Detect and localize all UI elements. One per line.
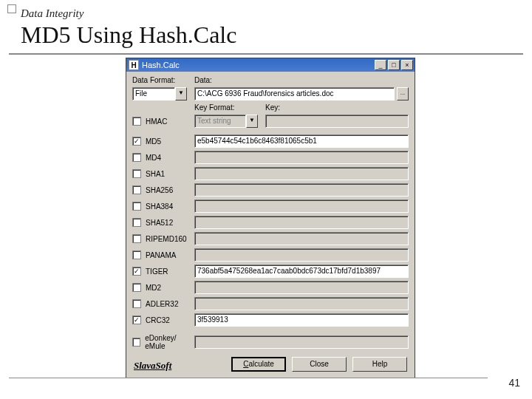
hash-row: SHA256 (132, 183, 409, 197)
hash-checkbox[interactable] (132, 299, 141, 308)
data-label: Data: (194, 76, 212, 84)
hash-label: MD5 (146, 137, 161, 146)
chevron-down-icon[interactable]: ▼ (175, 87, 187, 100)
hash-output (194, 216, 409, 229)
app-icon: H (129, 60, 139, 70)
hash-row: eDonkey/ eMule (132, 335, 409, 349)
hash-output (194, 281, 409, 294)
hash-row: RIPEMD160 (132, 231, 409, 246)
hash-output[interactable]: 3f539913 (194, 313, 409, 327)
hash-output[interactable]: e5b45744c54c1b6c8463f81065c5b1 (194, 134, 409, 148)
slide-footer-line (9, 378, 488, 378)
close-window-button[interactable]: × (401, 60, 413, 70)
maximize-button[interactable]: □ (388, 60, 400, 70)
key-input (265, 115, 409, 128)
hash-label: MD2 (146, 284, 161, 292)
hash-label: CRC32 (146, 316, 170, 324)
hash-output (194, 232, 409, 245)
slide-number: 41 (508, 377, 520, 389)
hash-label: ADLER32 (146, 300, 178, 308)
hash-checkbox[interactable] (132, 218, 141, 227)
hash-checkbox[interactable] (132, 267, 141, 276)
hash-label: SHA256 (146, 186, 173, 194)
hash-output (194, 167, 409, 180)
hash-label: SHA1 (146, 170, 165, 178)
hash-label: PANAMA (146, 251, 177, 259)
hash-row: MD5e5b45744c54c1b6c8463f81065c5b1 (132, 134, 409, 149)
data-format-select[interactable]: File (132, 87, 175, 100)
hmac-label: HMAC (146, 117, 167, 126)
hash-row: MD2 (132, 280, 409, 295)
hash-output (194, 200, 409, 213)
hashcalc-window: H Hash.Calc _ □ × Data Format: Data: Fil… (126, 58, 415, 378)
hash-label: SHA384 (146, 202, 173, 211)
key-format-label: Key Format: (194, 103, 234, 112)
calculate-button[interactable]: Calculate (231, 357, 286, 372)
hash-row: MD4 (132, 150, 409, 165)
data-format-label: Data Format: (132, 76, 175, 84)
window-body: Data Format: Data: File ▼ C:\ACG 6936 Fr… (126, 72, 415, 378)
slide-title: MD5 Using Hash.Calc (21, 20, 511, 53)
data-input[interactable]: C:\ACG 6936 Fraud\forensics articles.doc (194, 87, 395, 100)
key-format-select: Text string (194, 115, 246, 128)
chevron-down-icon: ▼ (246, 115, 258, 128)
slide-kicker: Data Integrity (21, 7, 511, 20)
hash-checkbox[interactable] (132, 250, 141, 259)
hash-checkbox[interactable] (132, 185, 141, 194)
hash-checkbox[interactable] (132, 137, 141, 146)
window-title: Hash.Calc (142, 61, 373, 69)
hash-checkbox[interactable] (132, 234, 141, 243)
hash-output[interactable]: 736abf5a475268ea1ac7caab0bdc673dc17bfd7d… (194, 265, 409, 278)
help-button[interactable]: Help (352, 357, 407, 372)
hash-output (194, 183, 409, 197)
hash-checkbox[interactable] (132, 283, 141, 292)
hash-label: RIPEMD160 (146, 235, 187, 243)
slide-header: Data Integrity MD5 Using Hash.Calc (9, 0, 523, 55)
hash-checkbox[interactable] (132, 338, 140, 347)
hash-checkbox[interactable] (132, 316, 141, 324)
titlebar[interactable]: H Hash.Calc _ □ × (126, 58, 415, 72)
hash-output (194, 151, 409, 164)
hash-list: MD5e5b45744c54c1b6c8463f81065c5b1MD4SHA1… (132, 134, 409, 349)
hash-row: SHA384 (132, 199, 409, 214)
browse-button[interactable]: ... (397, 87, 409, 100)
hash-label: MD4 (146, 154, 161, 162)
hmac-checkbox[interactable] (132, 117, 141, 126)
key-label: Key: (265, 103, 280, 112)
hash-row: PANAMA (132, 248, 409, 262)
hash-checkbox[interactable] (132, 153, 141, 162)
hash-row: TIGER736abf5a475268ea1ac7caab0bdc673dc17… (132, 264, 409, 279)
slide-corner-accent (7, 4, 16, 13)
hash-output (194, 248, 409, 262)
hash-checkbox[interactable] (132, 202, 141, 211)
close-button[interactable]: Close (292, 357, 347, 372)
hash-row: SHA1 (132, 166, 409, 181)
brand-label: SlavaSoft (134, 360, 171, 372)
hash-row: CRC323f539913 (132, 313, 409, 327)
minimize-button[interactable]: _ (375, 60, 386, 70)
hash-label: SHA512 (146, 219, 173, 227)
hash-checkbox[interactable] (132, 169, 141, 178)
hash-row: SHA512 (132, 215, 409, 230)
hash-output (194, 297, 409, 310)
button-bar: Calculate Close Help (132, 357, 409, 372)
hash-label: eDonkey/ eMule (145, 334, 194, 350)
hash-label: TIGER (146, 267, 168, 276)
hash-row: ADLER32 (132, 296, 409, 311)
hash-output (194, 335, 409, 349)
